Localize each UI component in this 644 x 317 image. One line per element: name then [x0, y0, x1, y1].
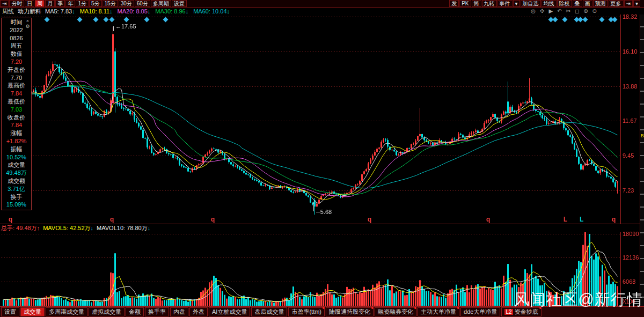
- tab-active-large-orders[interactable]: 主动大单净量: [418, 307, 459, 316]
- new-indicator-dot: [414, 307, 416, 309]
- btn-60min[interactable]: 60分: [135, 0, 150, 7]
- x-axis-marker-L-6: L: [580, 216, 583, 223]
- watermark: 风闻社区@新行情: [514, 289, 643, 311]
- tab-margin-trading[interactable]: 融资融券变化: [375, 307, 416, 316]
- x-axis-marker-L-5: L: [564, 216, 567, 223]
- price-tick-5: 7.23: [623, 187, 634, 194]
- eye-icon[interactable]: ◎: [531, 8, 536, 14]
- tab-settings[interactable]: 设置: [1, 307, 19, 316]
- info-row-10: 最低价: [2, 98, 31, 106]
- btn-weekly[interactable]: 周: [35, 0, 45, 7]
- info-row-23: 15.09%: [2, 201, 31, 209]
- ma-value-5: MA60: 10.04↓: [193, 8, 230, 14]
- price-tick-0: 18.32: [623, 13, 638, 20]
- btn-publish[interactable]: 发: [449, 0, 459, 7]
- btn-simple[interactable]: 简: [472, 0, 481, 7]
- btn-yearly[interactable]: 年: [65, 0, 75, 7]
- price-callout-17.65: 17.65: [115, 23, 136, 30]
- hand-icon[interactable]: ✣: [540, 8, 544, 14]
- info-row-9: 7.84: [2, 90, 31, 98]
- period-toolbar: ⇥分时日周月季年1分5分15分30分60分多周期设置 发PK简九转事件▾加自选均…: [0, 0, 644, 8]
- btn-events[interactable]: 事件: [497, 0, 513, 7]
- callout-line: [113, 26, 114, 31]
- chart-tool-icons: ◎✣▶↶✂◻⊕⊖: [531, 8, 597, 14]
- period-label: 周线: [2, 8, 14, 14]
- jump-latest-icon[interactable]: ⇥: [0, 0, 9, 7]
- btn-jump-end[interactable]: ⇥: [624, 0, 633, 7]
- btn-nine-turn[interactable]: 九转: [482, 0, 497, 7]
- x-axis-marker-q-4: q: [486, 216, 490, 223]
- x-axis-marker-q-3: q: [368, 216, 371, 223]
- zoom-in-icon[interactable]: ⊕: [583, 8, 588, 14]
- new-indicator-dot: [323, 307, 325, 309]
- btn-1min[interactable]: 1分: [76, 0, 89, 7]
- btn-30min[interactable]: 30分: [119, 0, 134, 7]
- tab-after-hours-volume[interactable]: 盘后成交量: [251, 307, 287, 316]
- tab-turnover-rate[interactable]: 换手率: [145, 307, 169, 316]
- main-price-chart-canvas[interactable]: [0, 14, 644, 224]
- btn-exrights[interactable]: 除权: [557, 0, 572, 7]
- info-row-12: 收盘价: [2, 114, 31, 122]
- undo-icon[interactable]: ↶: [557, 8, 561, 14]
- ma-value-3: MA20: 8.05↓: [118, 8, 151, 14]
- btn-more-caret[interactable]: ▾: [633, 0, 640, 7]
- info-row-17: 10.52%: [2, 153, 31, 161]
- tab-volume[interactable]: 成交量: [20, 307, 45, 316]
- period-toolbar-left-group: ⇥分时日周月季年1分5分15分30分60分多周期设置: [0, 0, 187, 7]
- tab-ai-volume[interactable]: AI立桩成交量: [209, 307, 250, 316]
- lock-icon[interactable]: ◻: [575, 8, 579, 14]
- info-row-7: 7.70: [2, 74, 31, 82]
- btn-intraday[interactable]: 分时: [9, 0, 24, 7]
- scissors-icon[interactable]: ✂: [566, 8, 570, 14]
- btn-settings-top[interactable]: 设置: [172, 0, 187, 7]
- btn-multi-period[interactable]: 多周期: [151, 0, 171, 7]
- candle-info-panel: × ⚙ 时间20220826周五数值7.20开盘价7.70最高价7.84最低价7…: [1, 18, 32, 210]
- btn-add-watchlist[interactable]: 加自选: [521, 0, 541, 7]
- btn-ma[interactable]: 均线: [541, 0, 557, 7]
- ma-value-4: MA30: 8.96↓: [155, 8, 188, 14]
- tab-northbound-holdings[interactable]: 陆股通持股变化: [326, 307, 374, 316]
- gear-icon[interactable]: ⚙: [25, 24, 31, 29]
- volume-tick-2: 6068: [623, 278, 635, 285]
- zoom-out-icon[interactable]: ⊖: [592, 8, 597, 14]
- btn-forecast[interactable]: 预测: [593, 0, 608, 7]
- btn-15min[interactable]: 15分: [103, 0, 118, 7]
- play-icon[interactable]: ▶: [548, 8, 553, 14]
- btn-daily[interactable]: 日: [25, 0, 34, 7]
- info-row-14: 涨幅: [2, 129, 31, 137]
- tab-inner-volume[interactable]: 内盘: [170, 307, 188, 316]
- btn-quarterly[interactable]: 季: [55, 0, 65, 7]
- tab-dde-large-orders[interactable]: dde大单净量: [460, 307, 500, 316]
- tab-amount[interactable]: 金额: [126, 307, 144, 316]
- x-axis-marker-q-0: q: [9, 216, 12, 223]
- btn-overlay[interactable]: 叠: [573, 0, 582, 7]
- info-row-13: 7.84: [2, 121, 31, 129]
- x-axis-marker-q-1: q: [110, 216, 114, 223]
- btn-5min[interactable]: 5分: [89, 0, 102, 7]
- tab-outer-volume[interactable]: 外盘: [189, 307, 208, 316]
- callout-line: [313, 202, 314, 211]
- btn-draw[interactable]: 画: [583, 0, 592, 7]
- l2-badge: L2: [504, 309, 513, 315]
- btn-monthly[interactable]: 月: [45, 0, 55, 7]
- info-row-8: 最高价: [2, 82, 31, 90]
- btn-events-caret[interactable]: ▾: [513, 0, 520, 7]
- tab-pe-ttm[interactable]: 市盈率(ttm): [288, 307, 325, 316]
- vol-header-item-0: 总手: 49.48万↑: [1, 224, 40, 232]
- price-tick-3: 11.67: [623, 117, 637, 124]
- new-indicator-dot: [371, 307, 374, 309]
- volume-tick-1: 12136: [623, 254, 639, 261]
- x-axis-marker-q-2: q: [211, 216, 215, 223]
- price-tick-1: 16.10: [623, 48, 638, 55]
- ma-value-2: MA10: 8.11↓: [80, 8, 113, 14]
- period-toolbar-right-group: 发PK简九转事件▾加自选均线除权叠画预测更多⇥▾: [449, 0, 641, 7]
- tab-multi-period-volume[interactable]: 多周期成交量: [46, 307, 87, 316]
- info-row-4: 数值: [2, 50, 31, 58]
- close-icon[interactable]: ×: [25, 18, 31, 24]
- info-row-21: 3.71亿: [2, 185, 31, 193]
- x-axis-marker-q-7: q: [612, 216, 616, 223]
- info-row-20: 成交额: [2, 177, 31, 185]
- btn-pk[interactable]: PK: [459, 0, 471, 7]
- tab-virtual-volume[interactable]: 虚拟成交量: [89, 307, 125, 316]
- btn-more[interactable]: 更多: [609, 0, 624, 7]
